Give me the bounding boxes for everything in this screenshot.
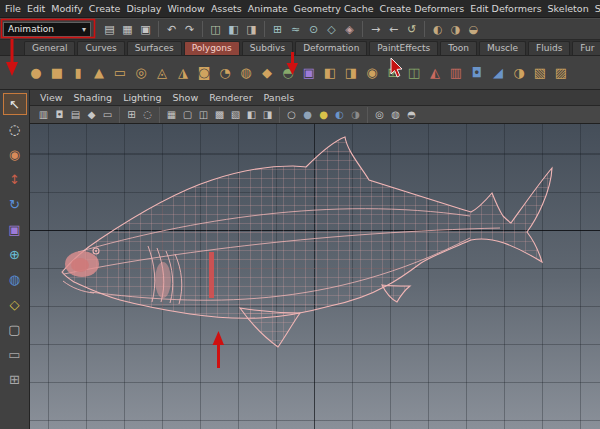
shelf-tab-polygons[interactable]: Polygons xyxy=(184,41,240,55)
move-tool[interactable]: ↕ xyxy=(3,168,27,190)
isolate-select-icon[interactable]: ◎ xyxy=(372,107,387,122)
snap-to-grid-icon[interactable]: ⊞ xyxy=(269,21,286,38)
shelf-tab-general[interactable]: General xyxy=(24,41,75,55)
shelf-tab-deformation[interactable]: Deformation xyxy=(295,41,367,55)
last-tool[interactable]: ▢ xyxy=(3,318,27,340)
shaded-display-icon[interactable]: ● xyxy=(300,107,315,122)
menu-create[interactable]: Create xyxy=(89,3,121,14)
bevel-icon[interactable]: ◢ xyxy=(488,61,508,85)
menu-edit-deformers[interactable]: Edit Deformers xyxy=(470,3,541,14)
panel-menu-view[interactable]: View xyxy=(40,92,63,103)
poly-helix-icon[interactable]: ◔ xyxy=(215,61,235,85)
safe-action-icon[interactable]: ◧ xyxy=(244,107,259,122)
undo-icon[interactable]: ↶ xyxy=(163,21,180,38)
menu-modify[interactable]: Modify xyxy=(51,3,82,14)
layout-four-pane-button[interactable]: ⊞ xyxy=(3,368,27,390)
poly-cube-icon[interactable]: ■ xyxy=(47,61,67,85)
shelf-tab-fluids[interactable]: Fluids xyxy=(528,41,570,55)
poly-torus-icon[interactable]: ◎ xyxy=(131,61,151,85)
ipr-render-icon[interactable]: ◑ xyxy=(447,21,464,38)
select-camera-icon[interactable]: ▥ xyxy=(36,107,51,122)
split-polygon-icon[interactable]: ◭ xyxy=(425,61,445,85)
select-tool[interactable]: ↖ xyxy=(3,93,27,115)
poly-pipe-icon[interactable]: ◙ xyxy=(194,61,214,85)
poly-prism-icon[interactable]: ◬ xyxy=(152,61,172,85)
menu-skeleton[interactable]: Skeleton xyxy=(548,3,589,14)
separate-icon[interactable]: ◨ xyxy=(341,61,361,85)
safe-title-icon[interactable]: ◨ xyxy=(260,107,275,122)
snap-to-curve-icon[interactable]: ≈ xyxy=(287,21,304,38)
menu-edit[interactable]: Edit xyxy=(27,3,45,14)
scale-tool[interactable]: ▣ xyxy=(3,218,27,240)
snap-to-point-icon[interactable]: ⊙ xyxy=(305,21,322,38)
panel-menu-panels[interactable]: Panels xyxy=(264,92,295,103)
show-manipulator-tool[interactable]: ◇ xyxy=(3,293,27,315)
menu-file[interactable]: File xyxy=(5,3,21,14)
lasso-select-tool[interactable]: ◌ xyxy=(3,118,27,140)
panel-menu-shading[interactable]: Shading xyxy=(74,92,113,103)
gate-mask-icon[interactable]: ▩ xyxy=(212,107,227,122)
lighting-display-icon[interactable]: ◐ xyxy=(332,107,347,122)
render-settings-icon[interactable]: ◒ xyxy=(465,21,482,38)
shadows-display-icon[interactable]: ◑ xyxy=(348,107,363,122)
shelf-tab-painteffects[interactable]: PaintEffects xyxy=(369,41,438,55)
menu-geometry-cache[interactable]: Geometry Cache xyxy=(294,3,374,14)
panel-menu-show[interactable]: Show xyxy=(173,92,199,103)
viewport-canvas[interactable] xyxy=(30,124,600,429)
input-connections-icon[interactable]: → xyxy=(367,21,384,38)
quad-draw-icon[interactable]: ▧ xyxy=(530,61,550,85)
output-connections-icon[interactable]: ← xyxy=(385,21,402,38)
resolution-gate-icon[interactable]: ◫ xyxy=(196,107,211,122)
menu-display[interactable]: Display xyxy=(126,3,161,14)
menu-skin[interactable]: Skin xyxy=(595,3,600,14)
image-plane-icon[interactable]: ▭ xyxy=(100,107,115,122)
construction-history-icon[interactable]: ↺ xyxy=(403,21,420,38)
field-chart-icon[interactable]: ▧ xyxy=(228,107,243,122)
menuset-dropdown[interactable]: Animation ▾ xyxy=(3,22,91,37)
menu-animate[interactable]: Animate xyxy=(248,3,288,14)
select-component-icon[interactable]: ◨ xyxy=(243,21,260,38)
boolean-union-icon[interactable]: ◉ xyxy=(362,61,382,85)
exposure-icon[interactable]: ◓ xyxy=(404,107,419,122)
combine-icon[interactable]: ◧ xyxy=(320,61,340,85)
grid-display-icon[interactable]: ▦ xyxy=(164,107,179,122)
smooth-mesh-icon[interactable]: ▣ xyxy=(299,61,319,85)
bookmark-icon[interactable]: ◆ xyxy=(84,107,99,122)
merge-vertices-icon[interactable]: ◘ xyxy=(467,61,487,85)
snap-to-plane-icon[interactable]: ◇ xyxy=(323,21,340,38)
sculpt-geometry-icon[interactable]: ◓ xyxy=(278,61,298,85)
scene-new-icon[interactable]: ▤ xyxy=(101,21,118,38)
layout-single-pane-button[interactable]: ▭ xyxy=(3,343,27,365)
grease-pencil-icon[interactable]: ◌ xyxy=(140,107,155,122)
poly-plane-icon[interactable]: ▭ xyxy=(110,61,130,85)
scene-save-icon[interactable]: ▣ xyxy=(137,21,154,38)
poly-cone-icon[interactable]: ▲ xyxy=(89,61,109,85)
poly-soccer-ball-icon[interactable]: ◍ xyxy=(236,61,256,85)
film-gate-icon[interactable]: ▢ xyxy=(180,107,195,122)
xray-display-icon[interactable]: ◍ xyxy=(388,107,403,122)
shelf-tab-curves[interactable]: Curves xyxy=(77,41,124,55)
menu-window[interactable]: Window xyxy=(167,3,204,14)
panel-menu-lighting[interactable]: Lighting xyxy=(123,92,161,103)
paint-select-tool[interactable]: ◉ xyxy=(3,143,27,165)
shark-wireframe-model[interactable] xyxy=(30,124,600,429)
lock-camera-icon[interactable]: ◘ xyxy=(52,107,67,122)
camera-attributes-icon[interactable]: ▤ xyxy=(68,107,83,122)
shelf-tab-muscle[interactable]: Muscle xyxy=(479,41,526,55)
bridge-icon[interactable]: ◫ xyxy=(404,61,424,85)
shelf-tab-surfaces[interactable]: Surfaces xyxy=(127,41,182,55)
platonic-solid-icon[interactable]: ◆ xyxy=(257,61,277,85)
insert-edge-loop-icon[interactable]: ▥ xyxy=(446,61,466,85)
mirror-geometry-icon[interactable]: ◑ xyxy=(509,61,529,85)
scene-open-icon[interactable]: ▦ xyxy=(119,21,136,38)
panel-menu-renderer[interactable]: Renderer xyxy=(209,92,252,103)
menu-assets[interactable]: Assets xyxy=(211,3,242,14)
shelf-tab-fur[interactable]: Fur xyxy=(572,41,600,55)
universal-manipulator-tool[interactable]: ⊕ xyxy=(3,243,27,265)
poly-sphere-icon[interactable]: ● xyxy=(26,61,46,85)
select-object-icon[interactable]: ◧ xyxy=(225,21,242,38)
select-hierarchy-icon[interactable]: ◫ xyxy=(207,21,224,38)
poly-pyramid-icon[interactable]: ◮ xyxy=(173,61,193,85)
shelf-tab-subdivs[interactable]: Subdivs xyxy=(242,41,293,55)
2d-pan-zoom-icon[interactable]: ⊞ xyxy=(124,107,139,122)
